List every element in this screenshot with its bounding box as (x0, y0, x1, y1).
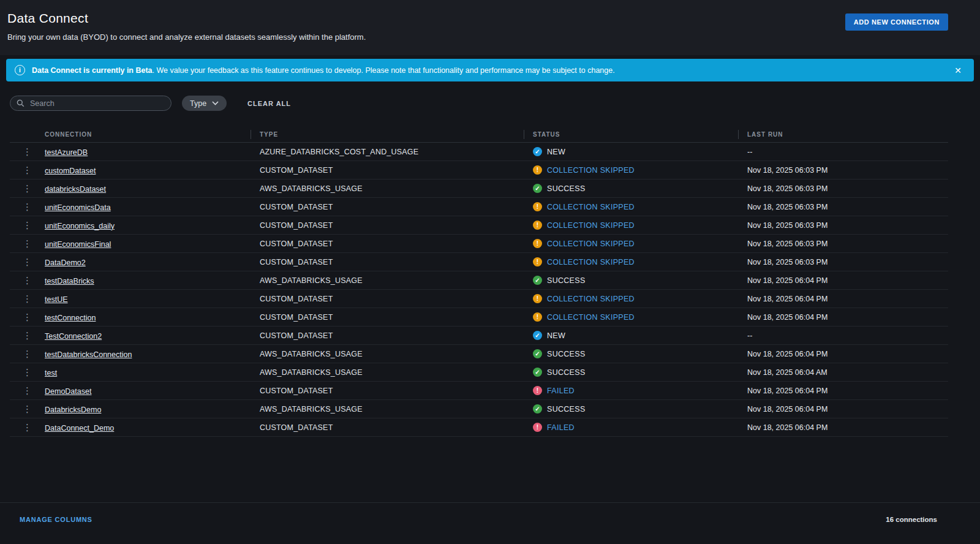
connection-cell: unitEconomicsData (45, 202, 260, 213)
clear-all-button[interactable]: CLEAR ALL (244, 99, 295, 108)
status-cell: ! COLLECTION SKIPPED (533, 312, 747, 322)
row-menu-kebab-icon[interactable]: ⋮ (19, 366, 36, 378)
status-cell: ! COLLECTION SKIPPED (533, 221, 747, 230)
row-actions-cell: ⋮ (10, 330, 45, 341)
connection-link[interactable]: testDataBricks (45, 277, 94, 285)
status-cell: ✓ SUCCESS (533, 368, 747, 377)
row-menu-kebab-icon[interactable]: ⋮ (19, 219, 36, 231)
row-menu-kebab-icon[interactable]: ⋮ (19, 183, 36, 194)
row-menu-kebab-icon[interactable]: ⋮ (19, 238, 36, 249)
last-run: Nov 18, 2025 06:04 PM (747, 313, 948, 322)
table-row: ⋮ DemoDataset CUSTOM_DATASET ! FAILED No… (10, 382, 948, 400)
connection-type: CUSTOM_DATASET (260, 331, 533, 340)
add-new-connection-button[interactable]: ADD NEW CONNECTION (845, 13, 948, 31)
connection-link[interactable]: DatabricksDemo (45, 406, 101, 414)
last-run: -- (747, 148, 948, 156)
table-row: ⋮ databricksDataset AWS_DATABRICKS_USAGE… (10, 179, 948, 198)
row-actions-cell: ⋮ (10, 385, 45, 396)
row-menu-kebab-icon[interactable]: ⋮ (19, 201, 36, 213)
connection-link[interactable]: testAzureDB (45, 148, 88, 157)
last-run: Nov 18, 2025 06:04 PM (747, 350, 948, 358)
type-filter-label: Type (190, 99, 206, 108)
connection-link[interactable]: test (45, 369, 57, 377)
connection-link[interactable]: customDataset (45, 167, 96, 175)
status-cell: ! FAILED (533, 423, 747, 432)
connection-link[interactable]: testDatabricksConnection (45, 350, 132, 359)
connection-link[interactable]: unitEconomicsFinal (45, 240, 111, 249)
data-connect-page: Data Connect Bring your own data (BYOD) … (0, 0, 980, 437)
connection-type: CUSTOM_DATASET (260, 258, 533, 266)
row-menu-kebab-icon[interactable]: ⋮ (19, 146, 36, 157)
status-text: NEW (547, 148, 565, 156)
row-menu-kebab-icon[interactable]: ⋮ (19, 274, 36, 286)
row-menu-kebab-icon[interactable]: ⋮ (19, 293, 36, 304)
connection-link[interactable]: DemoDataset (45, 387, 91, 396)
connection-cell: testDataBricks (45, 275, 260, 286)
connection-link[interactable]: DataDemo2 (45, 259, 86, 267)
connection-link[interactable]: TestConnection2 (45, 332, 102, 341)
connection-cell: customDataset (45, 165, 260, 176)
banner-bold-text: Data Connect is currently in Beta (32, 66, 153, 75)
type-filter-dropdown[interactable]: Type (182, 96, 227, 111)
status-text[interactable]: COLLECTION SKIPPED (547, 203, 635, 211)
status-cell: ! COLLECTION SKIPPED (533, 294, 747, 303)
status-text[interactable]: COLLECTION SKIPPED (547, 221, 635, 230)
connection-cell: testUE (45, 293, 260, 304)
last-run: Nov 18, 2025 06:03 PM (747, 184, 948, 193)
row-menu-kebab-icon[interactable]: ⋮ (19, 256, 36, 268)
table-row: ⋮ TestConnection2 CUSTOM_DATASET ✓ NEW -… (10, 327, 948, 345)
status-text[interactable]: COLLECTION SKIPPED (547, 166, 635, 175)
row-menu-kebab-icon[interactable]: ⋮ (19, 311, 36, 323)
table-row: ⋮ DataConnect_Demo CUSTOM_DATASET ! FAIL… (10, 418, 948, 437)
column-header-connection: CONNECTION (45, 130, 251, 139)
search-input[interactable] (29, 99, 165, 108)
status-icon: ✓ (533, 276, 542, 285)
close-icon[interactable]: ✕ (951, 64, 965, 77)
connection-cell: TestConnection2 (45, 330, 260, 341)
row-menu-kebab-icon[interactable]: ⋮ (19, 330, 36, 341)
status-icon: ! (533, 312, 542, 322)
status-text: SUCCESS (547, 405, 586, 414)
row-actions-cell: ⋮ (10, 293, 45, 304)
banner-rest-text: . We value your feedback as this feature… (153, 66, 615, 75)
filter-bar: Type CLEAR ALL (10, 96, 970, 111)
connection-link[interactable]: DataConnect_Demo (45, 424, 114, 433)
connection-type: CUSTOM_DATASET (260, 295, 533, 303)
connection-cell: DemoDataset (45, 385, 260, 396)
status-text[interactable]: COLLECTION SKIPPED (547, 295, 635, 303)
row-menu-kebab-icon[interactable]: ⋮ (19, 348, 36, 360)
table-row: ⋮ testAzureDB AZURE_DATABRICKS_COST_AND_… (10, 143, 948, 161)
row-menu-kebab-icon[interactable]: ⋮ (19, 421, 36, 433)
row-menu-kebab-icon[interactable]: ⋮ (19, 403, 36, 415)
status-text[interactable]: COLLECTION SKIPPED (547, 313, 635, 322)
status-text[interactable]: COLLECTION SKIPPED (547, 258, 635, 266)
status-icon: ! (533, 294, 542, 303)
connection-type: CUSTOM_DATASET (260, 203, 533, 211)
status-text[interactable]: FAILED (547, 423, 575, 432)
connection-link[interactable]: unitEconomicsData (45, 203, 111, 212)
search-box[interactable] (10, 96, 172, 111)
connection-type: AWS_DATABRICKS_USAGE (260, 368, 533, 377)
table-header-row: CONNECTION TYPE STATUS LAST RUN (10, 126, 948, 143)
manage-columns-button[interactable]: MANAGE COLUMNS (20, 516, 92, 523)
status-cell: ✓ SUCCESS (533, 404, 747, 414)
connection-link[interactable]: unitEconomics_daily (45, 222, 115, 230)
status-text[interactable]: FAILED (547, 387, 575, 395)
connection-type: AWS_DATABRICKS_USAGE (260, 350, 533, 358)
connection-link[interactable]: databricksDataset (45, 185, 106, 194)
status-text[interactable]: COLLECTION SKIPPED (547, 240, 635, 248)
status-cell: ! COLLECTION SKIPPED (533, 257, 747, 266)
search-icon (17, 99, 24, 107)
row-menu-kebab-icon[interactable]: ⋮ (19, 385, 36, 396)
row-menu-kebab-icon[interactable]: ⋮ (19, 164, 36, 176)
banner-text: Data Connect is currently in Beta. We va… (32, 66, 615, 75)
connection-link[interactable]: testUE (45, 295, 68, 304)
connection-link[interactable]: testConnection (45, 314, 96, 322)
connection-cell: testDatabricksConnection (45, 349, 260, 360)
connection-type: CUSTOM_DATASET (260, 387, 533, 395)
status-icon: ! (533, 239, 542, 248)
row-actions-cell: ⋮ (10, 183, 45, 194)
last-run: Nov 18, 2025 06:04 PM (747, 423, 948, 432)
connection-type: AWS_DATABRICKS_USAGE (260, 184, 533, 193)
table-row: ⋮ unitEconomicsFinal CUSTOM_DATASET ! CO… (10, 235, 948, 253)
